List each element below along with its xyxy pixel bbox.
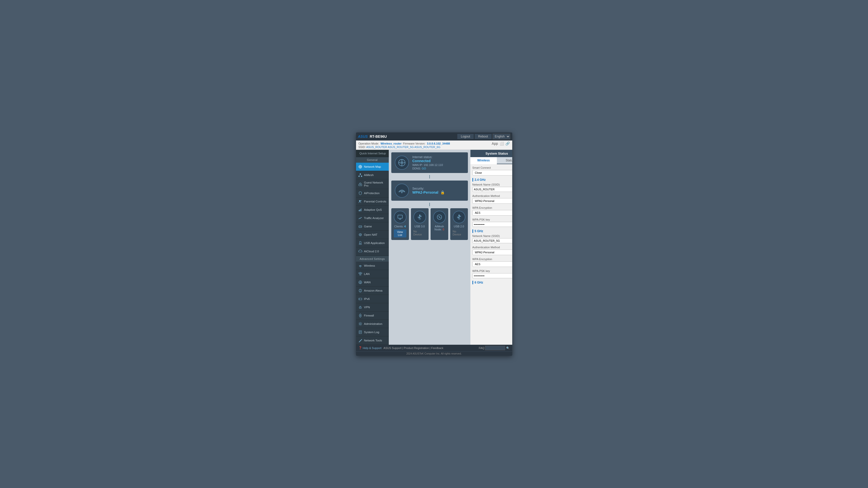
sidebar-item-label-lan: LAN (364, 272, 370, 275)
usb20-status: No Device (453, 230, 465, 236)
band-6-title: 6 GHz (472, 281, 512, 284)
sidebar-item-vpn[interactable]: VPN (356, 303, 389, 312)
internet-icon-circle (395, 156, 409, 170)
svg-point-10 (359, 200, 361, 202)
band-24-auth-group: Authentication Method WPA2-Personal Open… (472, 194, 512, 204)
aicloud-icon (358, 249, 363, 254)
sidebar-item-network-map[interactable]: Network Map (356, 163, 389, 171)
system-status-content: Smart Connect Close Enable 2.4 GHz Netwo… (470, 164, 512, 345)
svg-line-32 (359, 273, 360, 274)
band-24-psk-group: WPA-PSK key (472, 218, 512, 227)
svg-point-2 (359, 165, 362, 168)
adaptive-qos-icon (358, 207, 363, 212)
wan-icon (358, 280, 363, 285)
sidebar-item-aimesh[interactable]: AiMesh (356, 171, 389, 179)
guest-network-icon (358, 182, 363, 186)
security-label: Security: (412, 187, 445, 190)
sidebar-item-system-log[interactable]: System Log (356, 328, 389, 336)
svg-point-19 (361, 227, 361, 227)
view-list-button[interactable]: View List (394, 229, 406, 237)
band-5-psk-input[interactable] (472, 273, 512, 278)
band-5-title: 5 GHz (472, 229, 512, 233)
svg-point-40 (360, 307, 361, 308)
game-icon (358, 224, 363, 229)
sidebar-item-amazon-alexa[interactable]: Amazon Alexa (356, 287, 389, 295)
qr-icon[interactable]: ⬜ (500, 141, 504, 145)
ssid2: ASUS_ROUTER_5G (388, 145, 414, 149)
band-24-auth-select[interactable]: WPA2-Personal Open System WPA-Personal W… (472, 198, 512, 204)
aiprotection-icon (358, 191, 363, 195)
footer-faq: FAQ 🔍 (479, 346, 509, 350)
sidebar-item-label-aicloud: AiCloud 2.0 (364, 250, 379, 253)
band-5-enc-select[interactable]: AES TKIP TKIP+AES (472, 261, 512, 267)
band-5-auth-select[interactable]: WPA2-Personal Open System WPA-Personal W… (472, 250, 512, 255)
footer-links: ASUS Support | Product Registration | Fe… (383, 347, 443, 350)
reboot-button[interactable]: Reboot (475, 134, 492, 139)
band-5-ssid-label: Network Name (SSID) (472, 234, 512, 237)
band-5-section: 5 GHz Network Name (SSID) Authentication… (472, 229, 512, 278)
svg-point-48 (401, 192, 402, 193)
tab-status[interactable]: Status (497, 157, 512, 164)
band-5-enc-group: WPA Encryption AES TKIP TKIP+AES (472, 258, 512, 267)
sidebar-item-aiprotection[interactable]: AiProtection (356, 189, 389, 197)
svg-point-34 (359, 281, 362, 284)
parental-controls-icon (358, 199, 363, 204)
router-card: Security: WPA2-Personal 🔒 (391, 181, 468, 201)
svg-rect-13 (360, 209, 361, 211)
sidebar-item-adaptive-qos[interactable]: Adaptive QoS (356, 206, 389, 214)
sidebar-item-aicloud[interactable]: AiCloud 2.0 (356, 247, 389, 256)
help-icon: ❓ (359, 346, 362, 350)
connector-line-1 (429, 175, 430, 178)
svg-rect-12 (359, 210, 360, 211)
sidebar-item-guest-network-pro[interactable]: Guest Network Pro (356, 179, 389, 189)
svg-point-11 (361, 200, 362, 201)
language-select[interactable]: English (493, 134, 510, 139)
sidebar-item-usb-application[interactable]: USB Application (356, 239, 389, 247)
help-support-link[interactable]: Help & Support (363, 347, 382, 350)
ddns-link[interactable]: GO (422, 167, 426, 170)
sidebar-item-label-parental: Parental Controls (364, 200, 386, 203)
lan-icon (358, 272, 363, 276)
top-bar: ASUS RT-BE96U Logout Reboot English (356, 132, 512, 140)
operation-mode-value: Wireless_router (380, 142, 401, 145)
aimesh-node-icon (433, 211, 446, 223)
sidebar-item-wan[interactable]: WAN (356, 278, 389, 287)
sidebar-item-network-tools[interactable]: Network Tools (356, 336, 389, 345)
sidebar-item-ipv6[interactable]: IPv6 (356, 295, 389, 303)
smart-connect-select[interactable]: Close Enable (472, 170, 512, 175)
svg-line-7 (360, 174, 362, 176)
sidebar-item-game[interactable]: Game (356, 222, 389, 231)
sidebar-item-lan[interactable]: LAN (356, 270, 389, 278)
sidebar-item-firewall[interactable]: Firewall (356, 312, 389, 320)
quick-internet-setup[interactable]: ⚡ Quick Internet Setup (356, 150, 389, 157)
sidebar-item-label-network-tools: Network Tools (364, 339, 382, 342)
amazon-alexa-icon (358, 288, 363, 293)
sidebar-item-wireless[interactable]: Wireless (356, 262, 389, 270)
faq-search-input[interactable] (485, 346, 505, 350)
svg-point-26 (360, 267, 361, 267)
internet-ddns: DDNS: GO (412, 167, 443, 170)
connector-line-2 (429, 203, 430, 206)
sidebar-item-label-wireless: Wireless (364, 264, 375, 267)
sidebar-item-administration[interactable]: Administration (356, 320, 389, 328)
band-5-ssid-input[interactable] (472, 238, 512, 243)
sidebar-item-traffic-analyzer[interactable]: Traffic Analyzer (356, 214, 389, 222)
band-24-enc-label: WPA Encryption (472, 206, 512, 209)
svg-rect-30 (360, 272, 361, 273)
info-bar: Operation Mode: Wireless_router Firmware… (356, 140, 512, 150)
faq-search-icon[interactable]: 🔍 (506, 347, 510, 350)
tab-wireless[interactable]: Wireless (470, 157, 497, 164)
sidebar-item-label-system-log: System Log (364, 331, 379, 334)
svg-line-6 (359, 174, 360, 176)
sidebar-item-parental-controls[interactable]: Parental Controls (356, 197, 389, 206)
logout-button[interactable]: Logout (457, 134, 474, 139)
sidebar-item-label-firewall: Firewall (364, 314, 374, 317)
band-24-enc-select[interactable]: AES TKIP TKIP+AES (472, 210, 512, 216)
system-log-icon (358, 330, 363, 334)
sidebar-item-open-nat[interactable]: Open NAT (356, 231, 389, 239)
ssid3: ASUS_ROUTER_6G (414, 145, 440, 149)
share-icon[interactable]: 🔗 (505, 141, 510, 145)
quick-setup-label: Quick Internet Setup (360, 152, 386, 155)
band-24-ssid-input[interactable] (472, 187, 512, 192)
band-24-psk-input[interactable] (472, 222, 512, 227)
